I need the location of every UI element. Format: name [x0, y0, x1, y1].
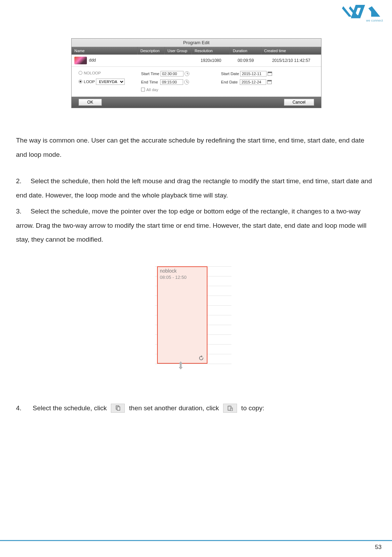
page-number: 53 [375, 544, 382, 551]
clock-icon[interactable] [185, 71, 189, 76]
svg-rect-0 [353, 6, 363, 17]
block-title: noblock [158, 267, 207, 275]
col-description: Description [138, 47, 165, 55]
paste-icon[interactable] [223, 404, 237, 413]
ok-button[interactable]: OK [79, 99, 102, 106]
col-created: Created time [261, 47, 321, 55]
start-time-label: Start Time [141, 72, 159, 76]
paragraph-step2: 2.Select the schedule, then hold the lef… [16, 174, 377, 202]
end-date-input[interactable]: 2015-12-24 [240, 79, 266, 85]
start-date-input[interactable]: 2015-12-11 [240, 71, 267, 76]
paragraph-step3: 3.Select the schedule, move the pointer … [16, 204, 377, 247]
dialog-footer: OK Cancel [72, 97, 321, 108]
paragraph-step4: 4. Select the schedule, click then set a… [16, 401, 377, 415]
step-number: 4. [16, 401, 31, 415]
clock-icon[interactable] [184, 80, 189, 84]
step4-text-a: Select the schedule, click [33, 401, 107, 415]
loop-mode-select[interactable]: EVERYDA [96, 79, 125, 85]
start-time-input[interactable]: 02:30:00 [161, 71, 183, 76]
logo-tagline: we connect [366, 19, 383, 22]
end-date-label: End Date [221, 80, 238, 84]
end-time-input[interactable]: 09:15:00 [160, 79, 183, 85]
brand-logo: we connect [342, 5, 384, 27]
noloop-label: NOLOOP [84, 71, 101, 75]
col-resolution: Resolution [192, 47, 230, 55]
loop-label: LOOP [84, 80, 95, 84]
resize-handle-icon[interactable] [177, 362, 185, 371]
step2-text: Select the schedule, then hold the left … [16, 177, 372, 199]
col-duration: Duration [230, 47, 261, 55]
block-time: 08:05 - 12:50 [158, 275, 207, 280]
step4-text-c: to copy: [241, 401, 264, 415]
col-name: Name [72, 47, 138, 55]
schedule-block[interactable]: noblock 08:05 - 12:50 [157, 266, 207, 364]
svg-rect-4 [229, 406, 230, 407]
paragraph-intro: The way is common one. User can get the … [16, 134, 376, 162]
row-duration: 00:09:59 [230, 56, 261, 65]
start-date-label: Start Date [221, 72, 239, 76]
schedule-settings: NOLOOP LOOP EVERYDA Start Time 02:30:00 … [72, 67, 321, 97]
footer-rule [0, 540, 392, 541]
step4-text-b: then set another duration, click [129, 401, 219, 415]
calendar-icon[interactable] [268, 72, 272, 76]
step3-text: Select the schedule, move the pointer ov… [16, 208, 367, 243]
allday-checkbox[interactable] [141, 88, 145, 91]
thumbnail-icon [74, 57, 87, 64]
allday-label: All day [146, 88, 158, 92]
schedule-block-figure: noblock 08:05 - 12:50 [155, 266, 231, 373]
row-resolution: 1920x1080 [192, 56, 230, 65]
row-name: ddd [89, 58, 96, 63]
svg-rect-2 [117, 407, 120, 410]
dialog-title: Program Edit [72, 39, 321, 47]
cancel-button[interactable]: Cancel [284, 99, 314, 106]
copy-icon[interactable] [111, 404, 125, 413]
radio-noloop[interactable] [79, 71, 82, 75]
program-edit-dialog: Program Edit Name Description User Group… [71, 38, 321, 108]
radio-loop[interactable] [79, 80, 82, 83]
calendar-icon[interactable] [267, 80, 272, 84]
table-row[interactable]: ddd 1920x1080 00:09:59 2015/12/10 11:42:… [72, 55, 321, 67]
refresh-icon[interactable] [198, 355, 204, 361]
col-usergroup: User Group [165, 47, 192, 55]
table-header: Name Description User Group Resolution D… [72, 47, 321, 55]
end-time-label: End Time [141, 80, 158, 84]
step-number: 2. [16, 174, 31, 188]
step-number: 3. [16, 204, 31, 219]
row-created: 2015/12/10 11:42:57 [261, 56, 321, 65]
